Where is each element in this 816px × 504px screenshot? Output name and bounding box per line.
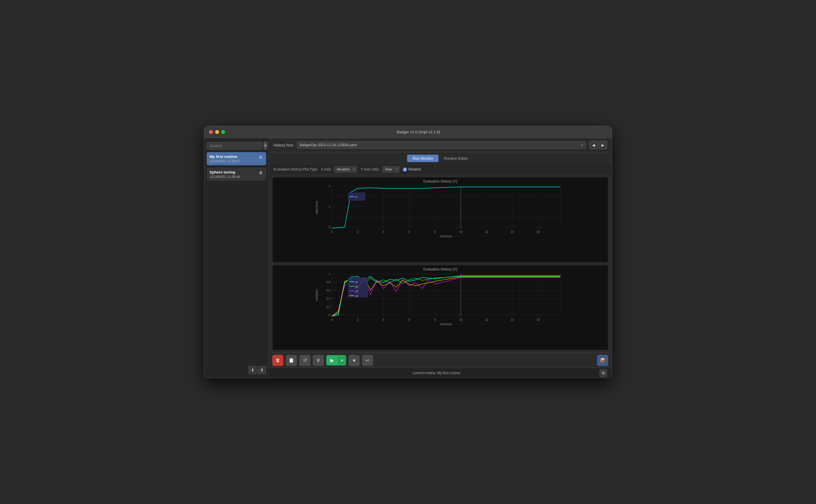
- play-button[interactable]: ▶: [326, 355, 338, 365]
- tab-run-monitor[interactable]: Run Monitor: [407, 155, 438, 162]
- svg-text:objectives: objectives: [315, 201, 318, 214]
- sidebar-bottom: ⬇ ⬆: [207, 366, 266, 374]
- svg-text:12: 12: [485, 230, 488, 234]
- window-title: Badger v1.0 (Xopt v2.1.0): [230, 130, 607, 134]
- svg-text:16: 16: [536, 318, 540, 321]
- svg-text:iterations: iterations: [440, 323, 452, 326]
- top-chart: Evaluation History (Y): [273, 177, 608, 239]
- pause-button[interactable]: ⏸: [313, 355, 324, 366]
- routine-date: 12/18/2023, 11:58:57: [210, 159, 240, 163]
- right-panel: History Run BadgerOpt-2023-12-18-115858.…: [269, 138, 612, 378]
- close-button[interactable]: [209, 130, 213, 134]
- add-routine-button[interactable]: +: [263, 142, 267, 150]
- svg-text:2: 2: [329, 185, 330, 188]
- status-text: current routine: My first routine: [273, 371, 599, 375]
- x-axis-label: X Axis: [321, 167, 331, 171]
- svg-text:iterations: iterations: [440, 235, 452, 238]
- history-select[interactable]: BadgerOpt-2023-12-18-115858.yaml: [297, 142, 586, 149]
- sidebar: + My first routine 12/18/2023, 11:58:57 …: [204, 138, 269, 378]
- traffic-lights: [209, 130, 225, 134]
- svg-text:0.4: 0.4: [326, 297, 330, 300]
- search-bar: +: [207, 142, 266, 150]
- svg-text:2: 2: [357, 230, 358, 234]
- routine-item[interactable]: My first routine 12/18/2023, 11:58:57 🗑: [207, 152, 266, 165]
- svg-text:2: 2: [357, 318, 358, 321]
- bottom-chart-wrapper: Evaluation History (X): [272, 265, 608, 350]
- nav-buttons: ◀ ▶: [589, 141, 607, 149]
- svg-text:6: 6: [408, 318, 410, 321]
- maximize-button[interactable]: [221, 130, 225, 134]
- delete-run-button[interactable]: 🗑: [272, 355, 283, 366]
- y-axis-label: Y Axis (Var): [361, 167, 379, 171]
- svg-text:1: 1: [329, 205, 330, 208]
- main-content: + My first routine 12/18/2023, 11:58:57 …: [204, 138, 612, 378]
- top-chart-wrapper: Evaluation History (Y): [272, 177, 608, 263]
- titlebar: Badger v1.0 (Xopt v2.1.0): [204, 126, 612, 138]
- export-button[interactable]: ⬇: [249, 366, 257, 374]
- bottom-chart: Evaluation History (X): [273, 265, 608, 327]
- svg-text:variables: variables: [315, 289, 318, 301]
- svg-text:0: 0: [329, 314, 330, 317]
- top-chart-title: Evaluation History (Y): [423, 179, 457, 183]
- svg-text:0.8: 0.8: [326, 281, 330, 284]
- search-input[interactable]: [207, 142, 262, 150]
- y-axis-select[interactable]: Raw: [382, 166, 399, 173]
- svg-text:4: 4: [383, 318, 384, 321]
- delete-routine-button[interactable]: 🗑: [258, 170, 263, 176]
- svg-text:12: 12: [485, 318, 488, 321]
- x-axis-select[interactable]: Iteration: [334, 166, 357, 173]
- svg-text:4: 4: [383, 230, 384, 234]
- tab-bar: Run Monitor Routine Editor: [269, 152, 612, 164]
- reset-button[interactable]: ↺: [299, 355, 310, 366]
- relative-checkbox[interactable]: [403, 168, 407, 171]
- svg-text:0.2: 0.2: [326, 305, 330, 309]
- play-dropdown-button[interactable]: ▼: [338, 356, 346, 365]
- history-label: History Run: [273, 143, 293, 147]
- settings-button[interactable]: ⚙: [599, 369, 607, 377]
- copy-button[interactable]: 📋: [286, 355, 297, 366]
- routine-item[interactable]: Sphere tuning 12/18/2023, 11:56:49 🗑: [207, 168, 266, 181]
- svg-text:q4: q4: [355, 294, 358, 297]
- bottom-toolbar: 🗑 📋 ↺ ⏸ ▶ ▼ ★ ↩ 📦: [269, 353, 612, 368]
- history-bar: History Run BadgerOpt-2023-12-18-115858.…: [269, 138, 612, 152]
- svg-text:10: 10: [459, 230, 463, 234]
- svg-text:8: 8: [434, 230, 436, 234]
- return-button[interactable]: ↩: [362, 355, 373, 366]
- relative-label: Relative: [408, 167, 421, 171]
- prev-history-button[interactable]: ◀: [589, 141, 598, 149]
- tab-routine-editor[interactable]: Routine Editor: [438, 155, 473, 162]
- package-button[interactable]: 📦: [597, 355, 608, 366]
- svg-text:14: 14: [511, 230, 514, 234]
- history-select-wrap: BadgerOpt-2023-12-18-115858.yaml ▼: [297, 142, 586, 149]
- status-bar: current routine: My first routine ⚙: [269, 368, 612, 378]
- next-history-button[interactable]: ▶: [599, 141, 607, 149]
- svg-text:6: 6: [408, 230, 410, 234]
- charts-area: Evaluation History (Y): [269, 175, 612, 353]
- star-button[interactable]: ★: [349, 355, 360, 366]
- plot-type-label: Evaluation History Plot Type: [273, 167, 317, 171]
- svg-text:0: 0: [331, 318, 333, 321]
- svg-text:q3: q3: [355, 290, 358, 293]
- app-window: Badger v1.0 (Xopt v2.1.0) + My first rou…: [204, 126, 612, 378]
- svg-text:0: 0: [329, 226, 330, 229]
- routine-name: My first routine: [210, 154, 240, 159]
- svg-text:8: 8: [434, 318, 436, 321]
- relative-checkbox-label[interactable]: Relative: [403, 167, 421, 171]
- svg-text:i2: i2: [355, 195, 357, 198]
- minimize-button[interactable]: [215, 130, 219, 134]
- svg-text:q2: q2: [355, 285, 358, 288]
- svg-text:0.6: 0.6: [326, 289, 330, 292]
- controls-bar: Evaluation History Plot Type X Axis Iter…: [269, 164, 612, 175]
- svg-text:1: 1: [329, 273, 330, 276]
- bottom-chart-title: Evaluation History (X): [423, 267, 457, 271]
- svg-text:10: 10: [459, 318, 463, 321]
- import-button[interactable]: ⬆: [258, 366, 266, 374]
- svg-text:14: 14: [511, 318, 514, 321]
- routine-date: 12/18/2023, 11:56:49: [210, 175, 240, 178]
- svg-text:16: 16: [536, 230, 540, 234]
- delete-routine-button[interactable]: 🗑: [258, 154, 263, 160]
- svg-text:q1: q1: [355, 280, 358, 283]
- routine-name: Sphere tuning: [210, 170, 240, 174]
- play-group: ▶ ▼: [326, 355, 346, 365]
- bottom-chart-svg: Evaluation History (X): [273, 265, 608, 327]
